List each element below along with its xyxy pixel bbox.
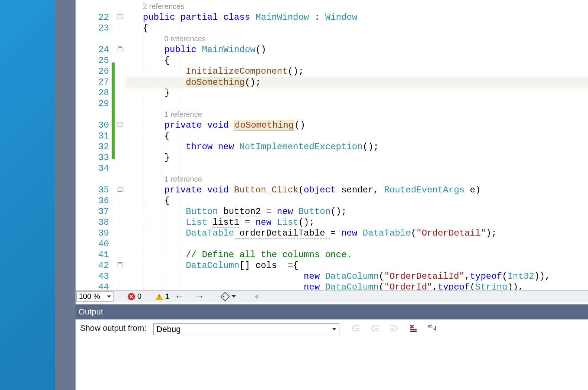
clear-all-icon[interactable] [409,323,418,333]
line-number: 34 [76,163,115,174]
chevron-down-icon [107,295,111,298]
line-number: 24 [76,44,115,55]
chevron-down-icon [332,328,336,330]
change-indicator [112,63,115,159]
fold-toggle[interactable] [118,262,122,267]
code-text-area[interactable]: 2 references public partial class MainWi… [125,0,588,290]
line-number: 41 [76,249,115,260]
indent-left-icon[interactable] [351,323,360,333]
warning-count[interactable]: 1 [156,292,169,301]
window-background [0,0,55,390]
line-number: 31 [76,131,115,141]
line-number: 26 [76,66,115,77]
codelens-references[interactable]: 2 references [143,2,184,10]
output-panel-title[interactable]: Output [76,304,588,319]
codelens-references[interactable]: 1 reference [164,175,202,183]
codelens-references[interactable]: 1 reference [164,110,202,118]
scroll-left-icon[interactable] [255,294,258,299]
error-count[interactable]: ✕ 0 [128,292,141,301]
word-wrap-icon[interactable]: ab [428,323,438,333]
nav-back-button[interactable]: ← [169,291,189,302]
nav-forward-button[interactable]: → [189,291,210,302]
separator [212,292,212,301]
zoom-value: 100 % [79,292,100,301]
line-number: 30 [76,120,115,131]
tag-icon[interactable] [221,292,230,301]
zoom-combo[interactable]: 100 % [76,291,114,302]
line-number: 32 [76,141,115,152]
line-number: 25 [76,55,115,66]
indent-left-icon[interactable] [370,323,380,333]
line-number: 23 [76,23,115,33]
output-toolbar: Show output from: Debug ab [76,319,588,390]
output-source-label: Show output from: [76,323,147,333]
indent-right-icon[interactable] [389,323,399,333]
line-number: 39 [76,228,115,239]
svg-text:ab: ab [428,324,432,328]
line-number: 22 [76,12,115,23]
line-number: 33 [76,152,115,163]
line-number: 40 [76,239,115,249]
code-editor[interactable]: 22 23 24 25 26 27 28 29 30 31 32 33 34 3… [76,0,588,290]
fold-toggle[interactable] [118,14,122,19]
codelens-references[interactable]: 0 references [164,35,206,43]
line-number: 43 [76,271,115,282]
fold-toggle[interactable] [118,47,122,51]
fold-column [115,0,125,290]
line-number: 38 [76,217,115,228]
line-number: 36 [76,195,115,206]
line-number: 28 [76,87,115,98]
line-number: 27 [76,77,115,87]
line-number: 35 [76,185,115,195]
line-number-gutter: 22 23 24 25 26 27 28 29 30 31 32 33 34 3… [76,0,115,290]
line-number: 42 [76,260,115,271]
error-icon: ✕ [128,293,135,300]
output-source-combo[interactable]: Debug [153,323,339,335]
editor-status-bar: 100 % ✕ 0 1 ← → [76,290,588,302]
warning-icon [156,293,163,300]
line-number: 29 [76,98,115,109]
side-panel-left[interactable] [55,0,76,390]
fold-toggle[interactable] [118,122,122,127]
line-number: 37 [76,206,115,217]
fold-toggle[interactable] [118,187,122,192]
chevron-down-icon[interactable] [231,295,236,298]
